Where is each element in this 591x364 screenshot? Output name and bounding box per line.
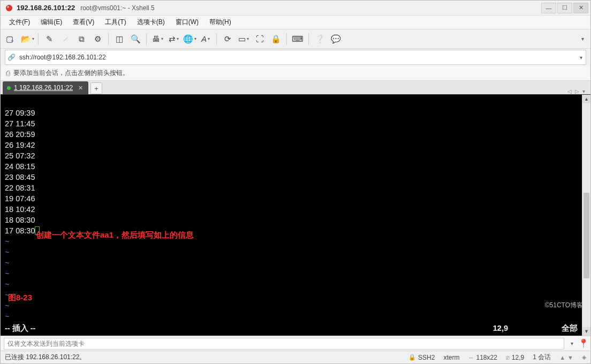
menu-help[interactable]: 帮助(H) (205, 17, 236, 28)
terminal-line: 25 07:32 (5, 151, 35, 160)
refresh-icon[interactable]: ⟳ (221, 33, 234, 46)
menu-window[interactable]: 窗口(W) (171, 17, 203, 28)
globe-icon[interactable]: 🌐 (183, 33, 196, 46)
send-input[interactable] (4, 338, 564, 350)
vim-tilde: ~ (5, 237, 9, 246)
status-dot-icon (7, 86, 11, 90)
hintbar: ⎙ 要添加当前会话，点击左侧的箭头按钮。 (1, 66, 590, 81)
vim-status-line: -- 插入 -- 12,9 全部 (5, 323, 578, 333)
vim-scope: 全部 (562, 323, 578, 333)
terminal-line: 26 20:59 (5, 130, 35, 139)
toolbar-separator (308, 33, 309, 45)
terminal-line: 18 10:42 (5, 205, 35, 214)
annotation-text: 创建一个文本文件aa1，然后填写如上的信息 (36, 230, 194, 240)
open-icon[interactable]: 📂 (21, 33, 34, 46)
pos-icon: ⎚ (506, 354, 510, 361)
window-title-host: 192.168.26.101:22 (17, 4, 75, 12)
status-sessions: 1 会话 (533, 353, 551, 362)
figure-label: 图8-23 (8, 292, 32, 302)
scroll-thumb[interactable] (584, 193, 589, 278)
tab-close-icon[interactable]: ✕ (78, 85, 83, 92)
menu-file[interactable]: 文件(F) (5, 17, 34, 28)
menu-view[interactable]: 查看(V) (69, 17, 98, 28)
terminal-line: 26 19:42 (5, 141, 35, 149)
terminal-line: 27 11:45 (5, 119, 35, 128)
send-target-dropdown-icon[interactable]: ▾ (567, 340, 577, 346)
window-title-sub: root@vms001:~ - Xshell 5 (80, 4, 155, 12)
svg-point-0 (6, 5, 12, 11)
eraser-icon[interactable]: ⟋ (59, 33, 72, 46)
up-indicator-icon: ▲ (559, 354, 565, 361)
terminal-line: 24 08:15 (5, 162, 35, 171)
scroll-up-icon[interactable]: ▲ (582, 95, 590, 103)
vim-tilde: ~ (5, 269, 9, 278)
vim-cursor-pos: 12,9 (493, 323, 508, 333)
toggle-panel-icon[interactable]: ◫ (113, 33, 126, 46)
send-pin-icon[interactable]: 📍 (577, 338, 590, 348)
chat-icon[interactable]: 💬 (329, 33, 342, 46)
vertical-scrollbar[interactable]: ▲ ▼ (582, 95, 590, 336)
maximize-button[interactable]: ☐ (557, 3, 572, 13)
link-icon: 🔗 (5, 54, 17, 61)
vim-tilde: ~ (5, 248, 9, 256)
print-icon[interactable]: 🖶 (151, 33, 164, 46)
tabstrip: 1 192.168.26.101:22 ✕ + ◁ ▷ ▾ (1, 81, 590, 95)
terminal-line: 18 08:30 (5, 216, 35, 224)
size-icon: ↔ (468, 354, 474, 361)
vim-mode: -- 插入 -- (5, 323, 35, 333)
toolbar-separator (216, 33, 217, 45)
help-icon[interactable]: ❔ (313, 33, 326, 46)
menubar: 文件(F) 编辑(E) 查看(V) 工具(T) 选项卡(B) 窗口(W) 帮助(… (1, 16, 590, 29)
menu-edit[interactable]: 编辑(E) (36, 17, 66, 28)
down-indicator-icon: ▼ (567, 354, 573, 361)
address-text[interactable]: ssh://root@192.168.26.101:22 (17, 54, 577, 61)
toolbar-separator (38, 33, 39, 45)
toolbar-overflow-icon[interactable]: ▾ (579, 36, 586, 42)
toolbar-separator (146, 33, 147, 45)
status-pos: 12,9 (512, 354, 524, 361)
toolbar-separator (286, 33, 287, 45)
terminal-line: 27 09:39 (5, 109, 35, 117)
scroll-track[interactable] (582, 103, 590, 327)
terminal-line: 22 08:31 (5, 184, 35, 192)
app-window: 192.168.26.101:22 root@vms001:~ - Xshell… (0, 0, 591, 364)
fullscreen-icon[interactable]: ⛶ (253, 33, 266, 46)
scroll-down-icon[interactable]: ▼ (582, 327, 590, 336)
status-size: 118x22 (476, 354, 497, 361)
highlight-icon[interactable]: ✎ (43, 33, 56, 46)
bookmark-add-icon[interactable]: ⎙ (6, 69, 10, 77)
properties-icon[interactable]: ⚙ (91, 33, 104, 46)
vim-tilde: ~ (5, 280, 9, 289)
tab-menu-icon[interactable]: ▾ (582, 88, 585, 94)
session-icon[interactable]: ▭ (237, 33, 250, 46)
vim-tilde: ~ (5, 301, 9, 310)
address-dropdown-icon[interactable]: ▾ (577, 55, 586, 60)
titlebar: 192.168.26.101:22 root@vms001:~ - Xshell… (1, 1, 590, 16)
vim-tilde: ~ (5, 259, 9, 267)
terminal-area: 27 09:39 27 11:45 26 20:59 26 19:42 25 0… (1, 95, 590, 336)
search-icon[interactable]: 🔍 (129, 33, 142, 46)
new-session-icon[interactable]: ▢+ (5, 33, 18, 46)
menu-tools[interactable]: 工具(T) (101, 17, 130, 28)
close-button[interactable]: ✕ (573, 3, 588, 13)
minimize-button[interactable]: — (541, 3, 556, 13)
status-protocol: SSH2 (418, 354, 435, 361)
terminal-line: 23 08:45 (5, 173, 35, 181)
lock-icon[interactable]: 🔒 (269, 33, 282, 46)
copy-icon[interactable]: ⧉ (75, 33, 88, 46)
terminal[interactable]: 27 09:39 27 11:45 26 20:59 26 19:42 25 0… (1, 95, 582, 336)
tab-next-icon[interactable]: ▷ (575, 88, 579, 94)
app-icon (5, 4, 13, 12)
keyboard-icon[interactable]: ⌨ (291, 33, 304, 46)
address-bar[interactable]: 🔗 ssh://root@192.168.26.101:22 ▾ (5, 50, 586, 65)
status-term: xterm (443, 354, 459, 361)
terminal-line: 17 08:30 (5, 226, 40, 235)
tab-label: 1 192.168.26.101:22 (14, 84, 73, 92)
lock-small-icon: 🔒 (408, 354, 416, 361)
menu-tab[interactable]: 选项卡(B) (133, 17, 169, 28)
font-icon[interactable]: A (199, 33, 212, 46)
new-tab-button[interactable]: + (90, 82, 102, 94)
tab-prev-icon[interactable]: ◁ (567, 88, 572, 94)
session-tab[interactable]: 1 192.168.26.101:22 ✕ (3, 81, 88, 94)
transfer-icon[interactable]: ⇄ (167, 33, 180, 46)
